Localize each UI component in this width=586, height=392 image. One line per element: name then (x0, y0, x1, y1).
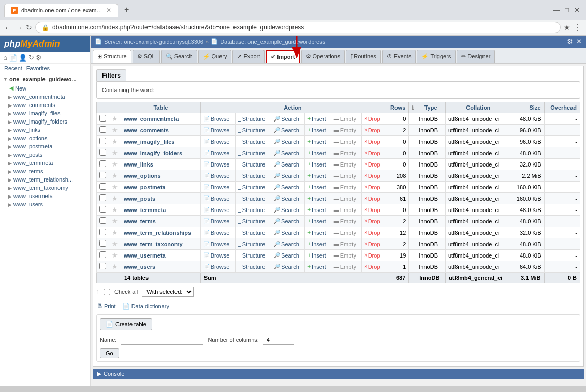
server-link[interactable]: Server: one-example-guide.mysql:3306 (104, 39, 203, 45)
filters-header[interactable]: Filters (96, 69, 126, 81)
row-checkbox[interactable] (99, 229, 106, 235)
search-link[interactable]: 🔎 Search (274, 127, 299, 133)
star-icon[interactable]: ★ (112, 263, 118, 270)
browser-tab[interactable]: P dbadmin.one.com / one-exampl... ✕ (4, 4, 118, 17)
row-checkbox[interactable] (99, 172, 106, 178)
browse-link[interactable]: 📄 Browse (203, 252, 230, 259)
structure-link[interactable]: ⎯ Structure (238, 127, 266, 133)
browse-link[interactable]: 📄 Browse (203, 116, 230, 122)
data-dict-link[interactable]: 📄 Data dictionary (122, 303, 169, 310)
drop-link[interactable]: ☓ Drop (364, 218, 380, 224)
db-link[interactable]: Database: one_example_guidewordpress (220, 39, 325, 45)
structure-link[interactable]: ⎯ Structure (238, 264, 266, 270)
tab-triggers[interactable]: ⚡ Triggers (417, 50, 456, 63)
sidebar-item-terms[interactable]: ▶ www_terms (0, 167, 90, 175)
search-link[interactable]: 🔎 Search (274, 195, 299, 202)
table-name-link[interactable]: www_terms (124, 218, 156, 224)
table-name-link[interactable]: www_postmeta (124, 184, 166, 190)
col-rows[interactable]: Rows (385, 102, 409, 113)
search-link[interactable]: 🔎 Search (274, 139, 299, 145)
recent-link[interactable]: Recent (4, 65, 22, 71)
forward-button[interactable]: → (15, 23, 23, 32)
drop-link[interactable]: ☓ Drop (364, 207, 380, 213)
check-all-checkbox[interactable] (104, 289, 110, 295)
structure-link[interactable]: ⎯ Structure (238, 150, 266, 156)
browse-link[interactable]: 📄 Browse (203, 264, 230, 270)
structure-link[interactable]: ⎯ Structure (238, 173, 266, 179)
empty-link[interactable]: ▬ Empty (334, 252, 356, 259)
search-link[interactable]: 🔎 Search (274, 173, 299, 179)
favorites-link[interactable]: Favorites (26, 65, 50, 71)
search-link[interactable]: 🔎 Search (274, 230, 299, 236)
minimize-icon[interactable]: — (553, 6, 560, 14)
drop-link[interactable]: ☓ Drop (364, 195, 380, 202)
tab-designer[interactable]: ✏ Designer (457, 50, 495, 63)
star-icon[interactable]: ★ (112, 183, 118, 191)
drop-link[interactable]: ☓ Drop (364, 161, 380, 168)
insert-link[interactable]: + Insert (307, 264, 326, 270)
insert-link[interactable]: + Insert (307, 139, 326, 145)
row-checkbox[interactable] (99, 206, 106, 213)
refresh-icon[interactable]: ↻ (28, 54, 34, 62)
address-bar[interactable]: 🔒 (35, 22, 561, 33)
structure-link[interactable]: ⎯ Structure (238, 207, 266, 213)
structure-link[interactable]: ⎯ Structure (238, 184, 266, 190)
row-checkbox[interactable] (99, 217, 106, 224)
search-link[interactable]: 🔎 Search (274, 207, 299, 213)
drop-link[interactable]: ☓ Drop (364, 139, 380, 145)
create-table-button[interactable]: 📄 Create table (100, 318, 152, 330)
drop-link[interactable]: ☓ Drop (364, 184, 380, 190)
topbar-settings-icon[interactable]: ⚙ (567, 38, 573, 46)
drop-link[interactable]: ☓ Drop (364, 116, 380, 122)
sidebar-item-users[interactable]: ▶ www_users (0, 200, 90, 208)
drop-link[interactable]: ☓ Drop (364, 264, 380, 270)
empty-link[interactable]: ▬ Empty (334, 161, 356, 168)
sidebar-item-new[interactable]: ◀ New (0, 84, 90, 93)
browse-link[interactable]: 📄 Browse (203, 173, 230, 179)
sidebar-item-imagify-files[interactable]: ▶ www_imagify_files (0, 109, 90, 117)
row-checkbox[interactable] (99, 160, 106, 167)
tab-search[interactable]: 🔍 Search (161, 50, 197, 63)
table-name-link[interactable]: www_links (124, 161, 153, 168)
tab-sql[interactable]: ⚙ SQL (133, 50, 160, 63)
row-checkbox[interactable] (99, 194, 106, 201)
search-link[interactable]: 🔎 Search (274, 116, 299, 122)
maximize-icon[interactable]: □ (565, 6, 569, 14)
tab-events[interactable]: ⏱ Events (382, 50, 416, 63)
browse-link[interactable]: 📄 Browse (203, 230, 230, 236)
table-name-link[interactable]: www_posts (124, 195, 155, 202)
new-tab-button[interactable]: + (120, 3, 133, 17)
table-name-link[interactable]: www_termmeta (124, 207, 166, 213)
sidebar-item-imagify-folders[interactable]: ▶ www_imagify_folders (0, 117, 90, 126)
browse-link[interactable]: 📄 Browse (203, 195, 230, 202)
structure-link[interactable]: ⎯ Structure (238, 252, 266, 259)
address-input[interactable] (52, 24, 554, 31)
empty-link[interactable]: ▬ Empty (334, 195, 356, 202)
empty-link[interactable]: ▬ Empty (334, 264, 356, 270)
structure-link[interactable]: ⎯ Structure (238, 218, 266, 224)
drop-link[interactable]: ☓ Drop (364, 173, 380, 179)
sidebar-item-comments[interactable]: ▶ www_comments (0, 101, 90, 109)
sidebar-item-options[interactable]: ▶ www_options (0, 134, 90, 142)
star-icon[interactable]: ★ (112, 172, 118, 179)
search-link[interactable]: 🔎 Search (274, 264, 299, 270)
table-name-link[interactable]: www_commentmeta (124, 116, 179, 122)
star-icon[interactable]: ★ (112, 126, 118, 134)
empty-link[interactable]: ▬ Empty (334, 230, 356, 236)
check-all-label[interactable]: Check all (114, 289, 138, 295)
insert-link[interactable]: + Insert (307, 241, 326, 247)
structure-link[interactable]: ⎯ Structure (238, 230, 266, 236)
columns-input[interactable] (263, 335, 294, 345)
insert-link[interactable]: + Insert (307, 161, 326, 168)
settings-icon[interactable]: ⋮ (574, 23, 582, 33)
row-checkbox[interactable] (99, 183, 106, 190)
close-icon[interactable]: ✕ (574, 6, 580, 14)
structure-link[interactable]: ⎯ Structure (238, 241, 266, 247)
drop-link[interactable]: ☓ Drop (364, 127, 380, 133)
table-name-link[interactable]: www_options (124, 173, 161, 179)
tab-operations[interactable]: ⚙ Operations (301, 50, 345, 63)
insert-link[interactable]: + Insert (307, 252, 326, 259)
insert-link[interactable]: + Insert (307, 173, 326, 179)
filter-input[interactable] (159, 85, 262, 95)
sidebar-item-links[interactable]: ▶ www_links (0, 126, 90, 134)
